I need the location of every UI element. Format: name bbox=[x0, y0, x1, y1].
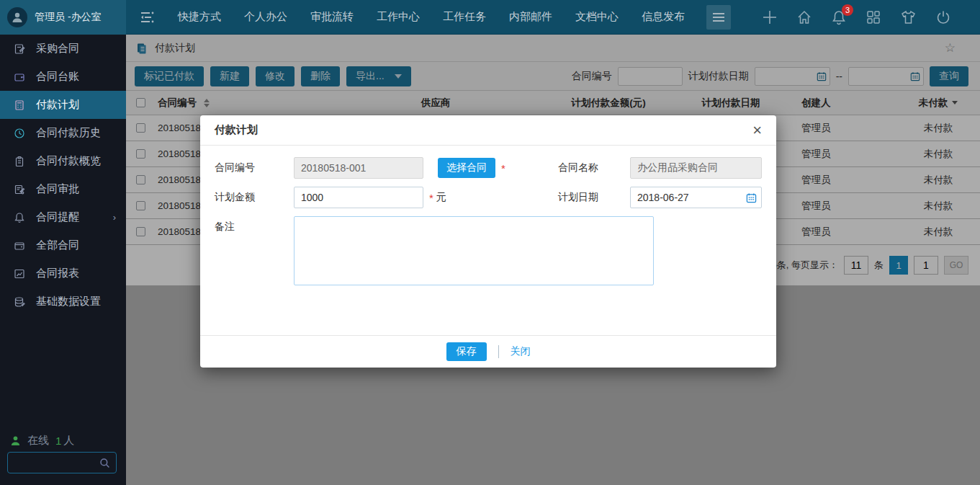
online-count: 1 bbox=[55, 435, 61, 447]
sidebar-item-label: 基础数据设置 bbox=[36, 295, 101, 308]
sidebar-item-label: 合同提醒 bbox=[36, 210, 79, 224]
approval-doc-icon bbox=[13, 184, 26, 195]
sidebar-item-label: 合同台账 bbox=[36, 70, 79, 84]
topbar-menu-item[interactable]: 审批流转 bbox=[310, 10, 354, 24]
close-icon[interactable]: × bbox=[752, 123, 762, 138]
app-window: 管理员 -办公室 快捷方式 个人办公 审批流转 工作中心 工作任务 内 bbox=[0, 0, 980, 485]
apps-icon[interactable] bbox=[866, 9, 881, 25]
doc-edit-icon bbox=[13, 43, 26, 55]
clock-icon bbox=[13, 128, 26, 139]
clipboard-icon bbox=[13, 156, 26, 167]
modal-title: 付款计划 bbox=[215, 123, 258, 137]
sidebar-item-payment-history[interactable]: 合同付款历史 bbox=[0, 119, 126, 147]
sidebar-search-input[interactable] bbox=[8, 458, 99, 468]
sidebar: 采购合同 合同台账 付款计划 合同付款历史 合同付款概览 合同审批 合同提醒 › bbox=[0, 35, 126, 485]
plan-date-label: 计划日期 bbox=[558, 191, 630, 204]
plan-amount-label: 计划金额 bbox=[215, 191, 294, 204]
add-icon[interactable] bbox=[762, 9, 778, 25]
topbar-menu-item[interactable]: 信息发布 bbox=[642, 10, 685, 24]
topbar-menu-item[interactable]: 快捷方式 bbox=[178, 10, 221, 24]
topbar-menu-item[interactable]: 个人办公 bbox=[244, 10, 287, 24]
topbar-menu-item[interactable]: 文档中心 bbox=[575, 10, 619, 24]
chart-icon bbox=[13, 268, 26, 280]
power-icon[interactable] bbox=[935, 9, 951, 25]
wallet-icon bbox=[13, 71, 26, 83]
contract-name-label: 合同名称 bbox=[558, 161, 630, 174]
notifications-icon[interactable]: 3 bbox=[831, 9, 847, 25]
online-label: 在线 bbox=[27, 434, 49, 448]
online-unit: 人 bbox=[63, 434, 74, 448]
more-menu-icon[interactable] bbox=[706, 5, 731, 30]
user-name: 管理员 -办公室 bbox=[35, 11, 102, 24]
sidebar-item-label: 合同付款概览 bbox=[36, 154, 101, 168]
sidebar-item-base-data-settings[interactable]: 基础数据设置 bbox=[0, 288, 126, 316]
sidebar-item-label: 合同付款历史 bbox=[36, 126, 101, 140]
close-link[interactable]: 关闭 bbox=[511, 345, 531, 358]
sidebar-item-label: 合同审批 bbox=[36, 182, 79, 196]
remark-label: 备注 bbox=[215, 216, 294, 233]
search-icon[interactable] bbox=[99, 458, 110, 468]
avatar bbox=[7, 7, 27, 27]
contract-name-field bbox=[630, 157, 762, 179]
sidebar-item-contract-approval[interactable]: 合同审批 bbox=[0, 175, 126, 203]
select-contract-button[interactable]: 选择合同 bbox=[438, 158, 495, 178]
user-menu[interactable]: 管理员 -办公室 bbox=[0, 0, 126, 35]
plan-date-field[interactable] bbox=[630, 187, 762, 208]
online-person-icon bbox=[10, 435, 21, 446]
save-button[interactable]: 保存 bbox=[446, 342, 487, 361]
remark-textarea[interactable] bbox=[294, 216, 654, 285]
topbar-menu-item[interactable]: 内部邮件 bbox=[509, 10, 552, 24]
modal-footer: 保存 关闭 bbox=[200, 335, 776, 368]
modal-header: 付款计划 × bbox=[200, 115, 776, 146]
sidebar-item-payment-overview[interactable]: 合同付款概览 bbox=[0, 147, 126, 175]
sidebar-collapse-icon[interactable] bbox=[139, 11, 156, 24]
wallet-icon bbox=[13, 240, 26, 252]
plan-amount-field[interactable] bbox=[294, 187, 423, 208]
amount-unit: 元 bbox=[436, 191, 446, 204]
bell-icon bbox=[13, 212, 26, 223]
sidebar-item-contract-reminder[interactable]: 合同提醒 › bbox=[0, 203, 126, 231]
payment-plan-modal: 付款计划 × 合同编号 选择合同 * 合同名称 计划金额 * 元 计划日期 bbox=[200, 115, 776, 368]
sidebar-item-contract-ledger[interactable]: 合同台账 bbox=[0, 63, 126, 91]
sidebar-item-contract-reports[interactable]: 合同报表 bbox=[0, 259, 126, 288]
home-icon[interactable] bbox=[796, 9, 812, 25]
sidebar-item-payment-plan[interactable]: 付款计划 bbox=[0, 91, 126, 119]
sidebar-item-label: 全部合同 bbox=[36, 239, 79, 252]
sidebar-item-label: 合同报表 bbox=[36, 267, 79, 280]
contract-no-label: 合同编号 bbox=[215, 161, 294, 174]
sidebar-item-all-contracts[interactable]: 全部合同 bbox=[0, 231, 126, 259]
topbar-menu-item[interactable]: 工作任务 bbox=[443, 10, 486, 24]
chevron-right-icon: › bbox=[113, 212, 116, 223]
sidebar-search bbox=[7, 452, 117, 473]
payment-plan-icon bbox=[13, 99, 26, 111]
online-status: 在线 1人 bbox=[10, 434, 74, 448]
modal-body: 合同编号 选择合同 * 合同名称 计划金额 * 元 计划日期 bbox=[200, 146, 776, 285]
topbar: 管理员 -办公室 快捷方式 个人办公 审批流转 工作中心 工作任务 内 bbox=[0, 0, 980, 35]
sidebar-item-label: 付款计划 bbox=[36, 98, 79, 112]
sidebar-item-purchase-contract[interactable]: 采购合同 bbox=[0, 35, 126, 63]
theme-shirt-icon[interactable] bbox=[900, 9, 917, 25]
sidebar-item-label: 采购合同 bbox=[36, 42, 79, 55]
required-mark: * bbox=[501, 162, 505, 174]
required-mark: * bbox=[429, 192, 433, 204]
contract-no-field bbox=[294, 157, 423, 179]
footer-separator bbox=[498, 345, 499, 358]
notification-badge: 3 bbox=[842, 4, 853, 16]
calendar-icon[interactable] bbox=[746, 192, 757, 203]
database-icon bbox=[13, 296, 26, 308]
topbar-menu-item[interactable]: 工作中心 bbox=[377, 10, 420, 24]
